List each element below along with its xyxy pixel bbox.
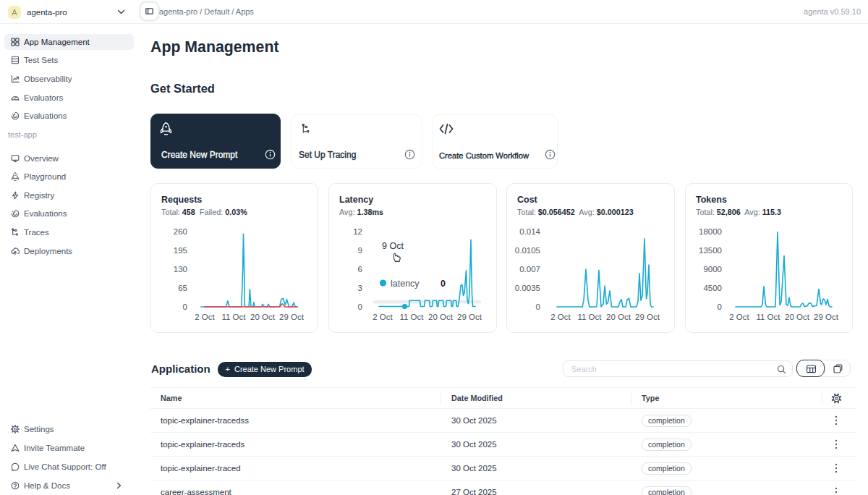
svg-text:2 Oct: 2 Oct: [729, 313, 749, 321]
svg-text:260: 260: [174, 227, 187, 236]
svg-text:0.0105: 0.0105: [515, 246, 540, 255]
svg-text:0: 0: [358, 302, 362, 311]
svg-text:3: 3: [358, 284, 362, 292]
svg-text:20 Oct: 20 Oct: [785, 313, 810, 321]
svg-text:65: 65: [178, 284, 187, 292]
svg-text:0.0035: 0.0035: [515, 284, 540, 292]
svg-text:195: 195: [174, 246, 187, 255]
svg-text:18000: 18000: [699, 227, 722, 236]
svg-text:11 Oct: 11 Oct: [756, 313, 780, 321]
svg-text:11 Oct: 11 Oct: [221, 313, 246, 321]
svg-text:11 Oct: 11 Oct: [399, 313, 424, 321]
svg-text:29 Oct: 29 Oct: [635, 313, 660, 321]
svg-text:130: 130: [174, 265, 187, 274]
svg-text:11 Oct: 11 Oct: [577, 313, 602, 321]
svg-text:0.014: 0.014: [519, 227, 540, 236]
svg-text:latency: latency: [391, 279, 420, 289]
svg-text:12: 12: [353, 227, 362, 236]
svg-text:2 Oct: 2 Oct: [373, 313, 393, 321]
svg-text:9000: 9000: [703, 265, 722, 274]
svg-text:0: 0: [183, 302, 187, 311]
svg-text:2 Oct: 2 Oct: [550, 313, 571, 321]
svg-text:2 Oct: 2 Oct: [195, 313, 215, 321]
svg-text:29 Oct: 29 Oct: [279, 313, 305, 321]
svg-text:0: 0: [718, 302, 722, 311]
svg-text:29 Oct: 29 Oct: [457, 313, 482, 321]
svg-text:0: 0: [536, 302, 540, 311]
svg-text:0.007: 0.007: [519, 265, 540, 274]
svg-text:13500: 13500: [699, 246, 722, 255]
svg-text:20 Oct: 20 Oct: [250, 313, 276, 321]
svg-text:4500: 4500: [703, 284, 722, 292]
svg-text:29 Oct: 29 Oct: [814, 313, 839, 321]
svg-text:20 Oct: 20 Oct: [428, 313, 454, 321]
svg-text:0: 0: [441, 279, 446, 289]
svg-text:6: 6: [358, 265, 362, 274]
svg-text:20 Oct: 20 Oct: [606, 313, 631, 321]
svg-text:9 Oct: 9 Oct: [382, 241, 404, 251]
svg-text:9: 9: [358, 246, 362, 255]
